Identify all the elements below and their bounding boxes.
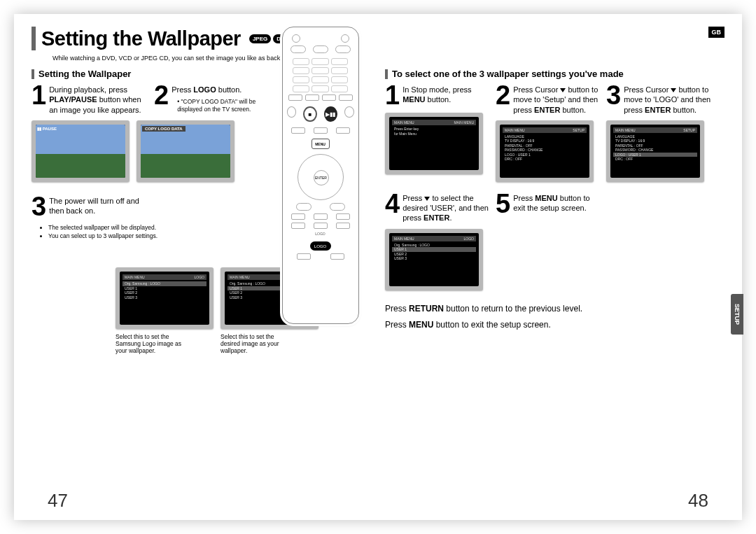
step2-note: • "COPY LOGO DATA" will be displayed on … [177, 98, 270, 113]
page-number-left: 47 [48, 490, 68, 512]
tv-screenshot-logo-select: MAIN MENULOGO Org. Samsung : LOGO USER 1… [385, 229, 483, 290]
left-column: Setting the Wallpaper 1 During playback,… [31, 69, 270, 354]
tv-screenshot-copylogo: COPY LOGO DATA [136, 120, 234, 182]
right-step-2: 2 Press Cursor button to move to 'Setup'… [496, 83, 601, 115]
left-tv-row: ▮▮ PAUSE COPY LOGO DATA [31, 120, 270, 182]
step3-notes: The selected wallpaper will be displayed… [37, 224, 270, 239]
right-column: To select one of the 3 wallpaper setting… [371, 69, 724, 354]
right-step-1: 1 In Stop mode, press MENU button. [385, 83, 490, 107]
left-subheading: Setting the Wallpaper [31, 69, 270, 79]
return-button-icon [296, 203, 312, 211]
tv-screenshot-setup-logo: MAIN MENUSETUP LANGUAGE TV DISPLAY : 16:… [606, 120, 704, 182]
footer-instructions: Press RETURN button to return to the pre… [385, 301, 724, 333]
remote-column: ■ ▶▮▮ MENU ENTER LOGO LOGO [270, 69, 371, 354]
dpad: ENTER [298, 154, 344, 200]
tv-screenshot-pause: ▮▮ PAUSE [31, 120, 130, 182]
left-steps-row-1: 1 During playback, press PLAY/PAUSE butt… [31, 83, 270, 120]
columns: Setting the Wallpaper 1 During playback,… [31, 69, 724, 354]
bottom-tv-pair: MAIN MENULOGO Org. Samsung : LOGO USER 1… [115, 267, 270, 354]
title-accent [31, 27, 36, 50]
pill-jpeg: JPEG [249, 34, 271, 43]
title-row: Setting the Wallpaper JPEG DVD VCD [31, 27, 724, 50]
right-subheading: To select one of the 3 wallpaper setting… [385, 69, 724, 79]
transport-row: ■ ▶▮▮ [287, 106, 354, 122]
left-step-1: 1 During playback, press PLAY/PAUSE butt… [31, 83, 147, 115]
side-tab-setup: SETUP [731, 294, 743, 335]
manual-spread: GB Setting the Wallpaper JPEG DVD VCD Wh… [14, 14, 742, 520]
enter-button-icon: ENTER [314, 170, 329, 185]
region-badge: GB [708, 27, 725, 38]
tv-screenshot-logo-menu-a: MAIN MENULOGO Org. Samsung : LOGO USER 1… [115, 267, 214, 329]
menu-button-icon: MENU [312, 139, 330, 149]
tv-screenshot-mainmenu: MAIN MENUMAIN MENU Press Enter key for M… [385, 113, 483, 174]
remote-control: ■ ▶▮▮ MENU ENTER LOGO LOGO [282, 27, 359, 324]
right-step-3: 3 Press Cursor button to move to 'LOGO' … [606, 83, 711, 115]
tv-screenshot-setup: MAIN MENUSETUP LANGUAGE TV DISPLAY : 16:… [496, 120, 594, 182]
numpad [293, 58, 349, 92]
left-step-3: 3 The power will turn off and then back … [31, 195, 147, 218]
open-close-icon [341, 34, 349, 43]
play-pause-icon: ▶▮▮ [324, 106, 337, 122]
logo-button-icon: LOGO [310, 241, 331, 251]
stop-icon: ■ [303, 106, 316, 122]
intro-text: While watching a DVD, VCD or JPEG CD, yo… [52, 55, 724, 62]
right-steps-top: 1 In Stop mode, press MENU button. MAIN … [385, 83, 724, 182]
right-steps-bottom: 4 Press to select the desired 'USER', an… [385, 192, 724, 290]
right-step-5: 5 Press MENU button to exit the setup sc… [496, 192, 601, 216]
page-number-right: 48 [688, 490, 708, 512]
right-step-4: 4 Press to select the desired 'USER', an… [385, 192, 490, 223]
left-step-2: 2 Press LOGO button. • "COPY LOGO DATA" … [154, 83, 270, 115]
power-icon [292, 34, 300, 43]
page-title: Setting the Wallpaper [41, 27, 241, 50]
